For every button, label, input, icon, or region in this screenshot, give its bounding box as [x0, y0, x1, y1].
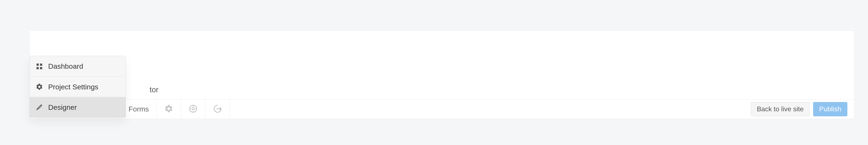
header-text-fragment: tor	[150, 85, 158, 94]
svg-rect-9	[37, 67, 39, 69]
dropdown-item-project-settings[interactable]: Project Settings	[30, 77, 126, 97]
toolbar-spacer	[230, 99, 751, 119]
publish-button[interactable]: Publish	[813, 102, 847, 116]
back-to-live-site-label: Back to live site	[757, 105, 804, 113]
settings-icon	[36, 83, 43, 91]
tab-help[interactable]	[181, 99, 205, 119]
brush-icon	[36, 104, 43, 111]
gear-icon	[164, 104, 174, 114]
tab-forms-label: Forms	[129, 105, 149, 113]
svg-point-1	[192, 108, 194, 110]
dropdown-item-designer[interactable]: Designer	[30, 97, 126, 117]
editor-panel: tor Forms	[29, 31, 854, 119]
dropdown-item-dashboard[interactable]: Dashboard	[30, 56, 126, 77]
help-circle-icon	[189, 104, 198, 114]
editor-header-area: tor	[30, 31, 854, 99]
svg-rect-8	[40, 63, 42, 66]
logout-icon	[213, 104, 222, 114]
toolbar-right: Back to live site Publish	[751, 99, 854, 119]
publish-label: Publish	[819, 105, 841, 113]
editor-toolbar: Forms Back to live site	[30, 99, 854, 119]
back-to-live-site-button[interactable]: Back to live site	[751, 102, 810, 116]
tab-logout[interactable]	[205, 99, 230, 119]
dashboard-icon	[36, 63, 43, 70]
tab-settings[interactable]	[157, 99, 181, 119]
dropdown-item-label: Project Settings	[48, 83, 98, 91]
svg-rect-10	[40, 67, 42, 69]
svg-rect-7	[37, 63, 39, 66]
dropdown-item-label: Dashboard	[48, 62, 83, 70]
project-menu-dropdown: Dashboard Project Settings Designer	[29, 56, 126, 118]
dropdown-item-label: Designer	[48, 103, 77, 112]
